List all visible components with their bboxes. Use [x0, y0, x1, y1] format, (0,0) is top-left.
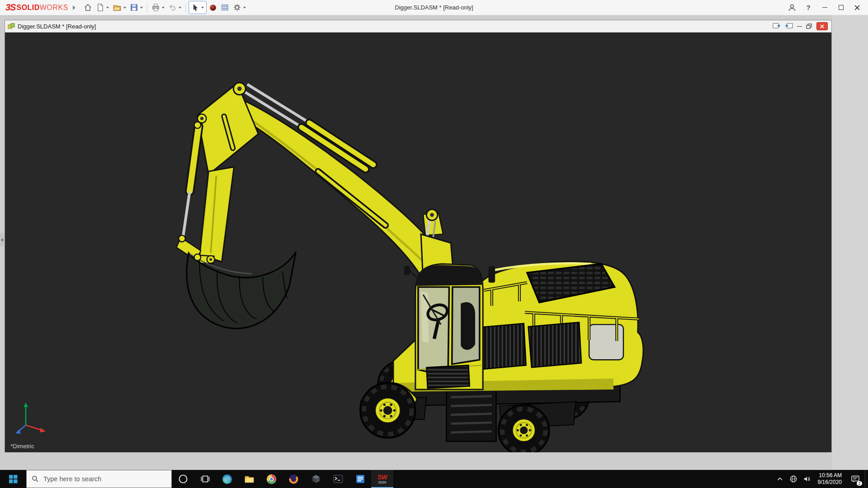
wheel-front-left	[360, 383, 415, 438]
appearance-sphere-icon	[209, 4, 217, 12]
speaker-icon	[803, 475, 811, 483]
solidworks-2020-icon: SW 2020	[377, 474, 387, 484]
excavator-arm	[183, 83, 448, 282]
window-pane-arrow-icon[interactable]	[773, 23, 781, 29]
print-caret[interactable]	[162, 7, 165, 9]
clock-time: 10:56 AM	[819, 472, 842, 479]
terminal-button[interactable]	[327, 470, 349, 488]
help-button[interactable]: ?	[800, 0, 816, 15]
account-button[interactable]	[784, 0, 800, 15]
doc-minimize-icon	[797, 26, 802, 27]
blue-app-icon	[355, 474, 365, 484]
brand-works: WORKS	[40, 4, 68, 12]
options-button[interactable]	[231, 1, 247, 14]
cortana-icon	[178, 474, 188, 484]
search-icon	[32, 475, 39, 483]
chrome-icon	[266, 474, 277, 484]
doc-restore-button[interactable]	[806, 23, 812, 29]
document-window: Digger.SLDASM * [Read-only]	[5, 20, 832, 452]
windows-start-icon	[9, 475, 18, 483]
open-button[interactable]	[111, 1, 127, 14]
excavator-body	[364, 234, 643, 403]
front-vent	[426, 365, 469, 388]
triad-x-axis	[40, 428, 46, 432]
undo-caret[interactable]	[179, 7, 181, 9]
help-icon: ?	[806, 4, 810, 11]
view-orientation-label: *Dimetric	[10, 443, 34, 450]
triad-y-axis	[24, 403, 28, 407]
notification-badge: 2	[857, 481, 862, 486]
firefox-icon	[288, 474, 299, 484]
show-desktop-button[interactable]	[865, 470, 868, 488]
task-view-icon	[200, 474, 210, 484]
account-icon	[788, 3, 797, 12]
firefox-button[interactable]	[283, 470, 305, 488]
cad-app-button[interactable]	[305, 470, 327, 488]
appearance-button[interactable]	[208, 1, 218, 14]
taskbar-search-input[interactable]: Type here to search	[26, 470, 172, 488]
doc-minimize-button[interactable]	[797, 26, 802, 27]
app-title: Digger.SLDASM * [Read-only]	[395, 0, 473, 15]
solidworks-2020-button[interactable]: SW 2020	[371, 470, 393, 488]
design-table-button[interactable]	[219, 1, 231, 14]
save-caret[interactable]	[140, 7, 143, 9]
select-tool-caret[interactable]	[201, 7, 204, 9]
panel-collapse-tab[interactable]	[0, 233, 4, 247]
doc-close-button[interactable]	[816, 22, 828, 30]
seat	[461, 302, 475, 350]
file-explorer-button[interactable]	[238, 470, 260, 488]
document-titlebar[interactable]: Digger.SLDASM * [Read-only]	[5, 20, 831, 33]
undo-icon	[168, 3, 177, 12]
assembly-file-icon	[8, 23, 15, 30]
maximize-button[interactable]	[833, 0, 849, 15]
app-titlebar: 3S SOLID WORKS	[0, 0, 868, 15]
system-tray: 10:56 AM 9/16/2020 2	[773, 470, 868, 488]
edge-button[interactable]	[216, 470, 238, 488]
blue-app-button[interactable]	[349, 470, 371, 488]
cortana-button[interactable]	[172, 470, 194, 488]
excavator-cab	[404, 264, 483, 389]
select-tool-button[interactable]	[189, 1, 207, 14]
search-placeholder: Type here to search	[43, 475, 101, 483]
new-document-caret[interactable]	[106, 7, 109, 9]
menu-expand-icon[interactable]	[73, 5, 75, 10]
doc-close-icon	[820, 24, 824, 28]
minimize-button[interactable]	[816, 0, 833, 15]
collapse-arrow-icon	[1, 238, 3, 242]
network-button[interactable]	[787, 470, 800, 488]
home-icon	[84, 3, 92, 12]
save-icon	[130, 3, 138, 12]
chevron-up-icon	[777, 476, 783, 482]
dassault-3s-logo: 3S	[5, 2, 15, 13]
window-pane-arrow-icon-2[interactable]	[785, 23, 793, 29]
task-pane-strip	[832, 15, 868, 470]
side-vent-right	[528, 322, 581, 367]
options-caret[interactable]	[243, 7, 246, 9]
taskbar-clock[interactable]: 10:56 AM 9/16/2020	[814, 470, 846, 488]
close-button[interactable]	[849, 0, 865, 15]
open-caret[interactable]	[123, 7, 126, 9]
excavator-model	[5, 33, 831, 452]
minimize-icon	[822, 7, 827, 8]
brand-solid: SOLID	[16, 4, 39, 12]
new-document-icon	[96, 3, 104, 12]
home-button[interactable]	[82, 1, 94, 14]
file-explorer-icon	[244, 474, 255, 484]
print-button[interactable]	[150, 1, 166, 14]
task-view-button[interactable]	[194, 470, 216, 488]
chrome-button[interactable]	[260, 470, 283, 488]
undo-button[interactable]	[167, 1, 183, 14]
select-cursor-icon	[191, 4, 199, 12]
orientation-triad[interactable]	[12, 399, 53, 440]
edge-icon	[222, 474, 232, 484]
save-button[interactable]	[128, 1, 144, 14]
gear-icon	[233, 3, 241, 12]
new-document-button[interactable]	[94, 1, 110, 14]
volume-button[interactable]	[800, 470, 814, 488]
action-center-button[interactable]: 2	[846, 470, 865, 488]
hidden-icons-button[interactable]	[773, 470, 787, 488]
graphics-viewport[interactable]: *Dimetric	[5, 33, 831, 452]
exhaust	[488, 266, 495, 283]
close-icon	[854, 5, 860, 10]
start-button[interactable]	[0, 470, 26, 488]
